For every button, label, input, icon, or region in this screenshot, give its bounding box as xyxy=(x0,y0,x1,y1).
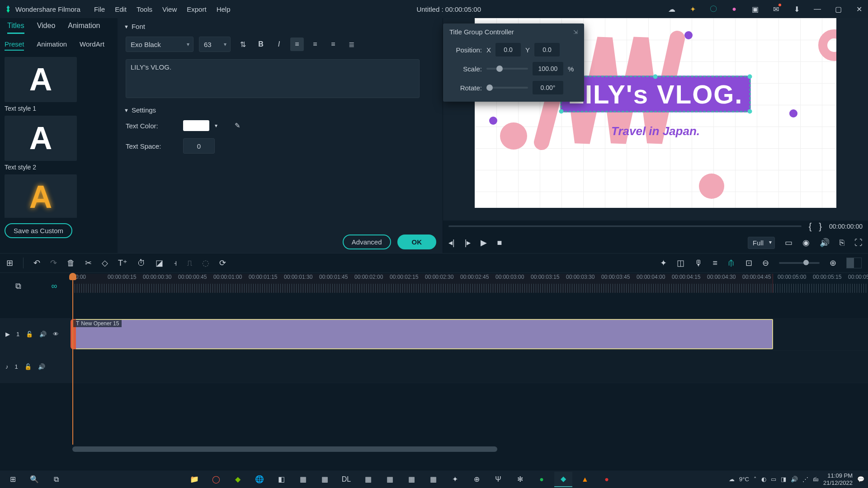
app-icon[interactable]: ▦ xyxy=(402,472,420,487)
clock[interactable]: 11:09 PM 21/12/2022 xyxy=(823,472,853,486)
collapse-icon[interactable]: ⇲ xyxy=(573,29,578,35)
menu-edit[interactable]: Edit xyxy=(115,5,127,13)
fullscreen-icon[interactable]: ⛶ xyxy=(854,238,863,248)
play-icon[interactable]: ▶ xyxy=(481,238,487,248)
mute-icon[interactable]: 🔊 xyxy=(39,331,47,338)
notifications-tray-icon[interactable]: 💬 xyxy=(857,476,864,483)
line-height-icon[interactable]: ⇅ xyxy=(236,38,250,51)
auto-icon[interactable]: ✦ xyxy=(660,258,667,268)
rotate-slider[interactable] xyxy=(486,87,528,89)
visibility-icon[interactable]: 👁 xyxy=(53,331,59,338)
safe-icon[interactable]: ◫ xyxy=(677,258,684,268)
app-icon[interactable]: Ψ xyxy=(489,472,507,487)
mini-track-icon[interactable] xyxy=(846,258,862,268)
app-icon[interactable]: ▦ xyxy=(359,472,377,487)
resize-handle[interactable] xyxy=(747,75,752,79)
align-right-icon[interactable]: ≡ xyxy=(326,38,340,51)
settings-section-header[interactable]: ▼Settings xyxy=(118,102,443,117)
prev-frame-icon[interactable]: ◂| xyxy=(448,238,455,248)
audio-icon[interactable]: ⎍ xyxy=(187,258,192,268)
link-icon[interactable]: ∞ xyxy=(52,282,57,291)
menu-file[interactable]: File xyxy=(94,5,105,13)
account-icon[interactable]: ● xyxy=(730,5,739,14)
stop-icon[interactable]: ■ xyxy=(497,238,502,248)
ok-button[interactable]: OK xyxy=(397,235,437,249)
bold-icon[interactable]: B xyxy=(254,38,268,51)
preset-item[interactable]: A Text style 2 xyxy=(5,116,113,171)
menu-view[interactable]: View xyxy=(162,5,177,13)
effect-icon[interactable]: ◌ xyxy=(202,258,209,268)
cloud-icon[interactable]: ☁ xyxy=(667,5,676,14)
app-icon[interactable]: ✻ xyxy=(511,472,529,487)
app-icon[interactable]: DL xyxy=(337,472,355,487)
rotate-input[interactable] xyxy=(533,81,563,94)
title-group-controller-popup[interactable]: Title Group Controller ⇲ Position: X Y S… xyxy=(443,23,584,102)
tray-icon[interactable]: ▭ xyxy=(771,476,776,483)
app-icon[interactable]: ◧ xyxy=(272,472,290,487)
track-lane[interactable]: TNew Opener 15 xyxy=(72,318,868,350)
maximize-icon[interactable]: ▢ xyxy=(834,5,843,14)
align-center-icon[interactable]: ≡ xyxy=(308,38,322,51)
playhead[interactable] xyxy=(72,273,73,445)
download-icon[interactable]: ⬇ xyxy=(792,5,801,14)
app-icon[interactable]: ▦ xyxy=(381,472,399,487)
explorer-icon[interactable]: 📁 xyxy=(185,472,203,487)
italic-icon[interactable]: I xyxy=(272,38,286,51)
snap-icon[interactable]: ⫛ xyxy=(727,258,736,268)
tab-titles[interactable]: Titles xyxy=(7,22,24,34)
resize-handle[interactable] xyxy=(559,109,564,114)
track-type-icon[interactable]: ▶ xyxy=(5,331,10,338)
task-view-icon[interactable]: ⧉ xyxy=(47,472,65,487)
text-color-swatch[interactable] xyxy=(183,120,209,131)
speed-icon[interactable]: ⏱ xyxy=(137,258,146,268)
idea-icon[interactable]: ✦ xyxy=(688,5,697,14)
resize-handle[interactable] xyxy=(653,75,658,79)
text-icon[interactable]: T⁺ xyxy=(118,258,127,268)
position-x-input[interactable] xyxy=(495,43,521,56)
headset-icon[interactable]: 〇 xyxy=(709,5,718,14)
fit-icon[interactable]: ⊡ xyxy=(745,258,752,268)
zoom-slider[interactable] xyxy=(779,262,820,264)
tab-animation[interactable]: Animation xyxy=(68,22,100,34)
weather-icon[interactable]: ☁ xyxy=(729,476,735,483)
position-y-input[interactable] xyxy=(534,43,560,56)
chevron-up-icon[interactable]: ˄ xyxy=(754,476,757,483)
track-lane[interactable] xyxy=(72,351,868,383)
menu-tools[interactable]: Tools xyxy=(137,5,152,13)
app-icon[interactable]: ▦ xyxy=(424,472,442,487)
tag-icon[interactable]: ◇ xyxy=(102,258,108,268)
font-size-select[interactable]: 63 xyxy=(199,37,231,52)
mark-out-icon[interactable]: } xyxy=(819,221,822,232)
font-section-header[interactable]: ▼Font xyxy=(118,18,443,33)
notification-icon[interactable]: ✉ xyxy=(771,5,780,14)
scale-input[interactable] xyxy=(533,62,563,75)
add-track-icon[interactable]: ⊞ xyxy=(6,258,13,268)
resolution-select[interactable]: Full xyxy=(748,237,775,249)
weather-temp[interactable]: 9°C xyxy=(739,476,749,483)
next-frame-icon[interactable]: |▸ xyxy=(465,238,471,248)
cut-icon[interactable]: ✂ xyxy=(85,258,92,268)
resize-handle[interactable] xyxy=(747,109,752,114)
timeline-clip[interactable]: TNew Opener 15 xyxy=(72,319,773,349)
language-icon[interactable]: 🖮 xyxy=(813,476,819,483)
display-icon[interactable]: ▭ xyxy=(785,238,793,248)
close-icon[interactable]: ✕ xyxy=(854,5,863,14)
title-text-input[interactable] xyxy=(126,59,420,98)
fold-tracks-icon[interactable]: ⧉ xyxy=(15,282,21,291)
zoom-in-icon[interactable]: ⊕ xyxy=(830,258,836,268)
volume-icon[interactable]: 🔊 xyxy=(820,238,830,248)
lock-icon[interactable]: 🔓 xyxy=(24,363,32,370)
mixer-icon[interactable]: ≡ xyxy=(712,258,717,268)
app-icon[interactable]: ✦ xyxy=(446,472,464,487)
chevron-down-icon[interactable]: ▾ xyxy=(215,122,217,129)
timeline-horizontal-scrollbar[interactable] xyxy=(72,446,497,452)
tab-video[interactable]: Video xyxy=(37,22,56,34)
font-family-select[interactable]: Exo Black xyxy=(126,37,193,52)
tab-animation2[interactable]: Animation xyxy=(37,40,67,51)
app-icon[interactable]: ▦ xyxy=(316,472,334,487)
volume-tray-icon[interactable]: 🔊 xyxy=(791,476,798,483)
align-left-icon[interactable]: ≡ xyxy=(290,38,304,51)
menu-export[interactable]: Export xyxy=(187,5,206,13)
eyedropper-icon[interactable]: ✎ xyxy=(235,122,241,130)
render-icon[interactable]: ⟳ xyxy=(219,258,226,268)
